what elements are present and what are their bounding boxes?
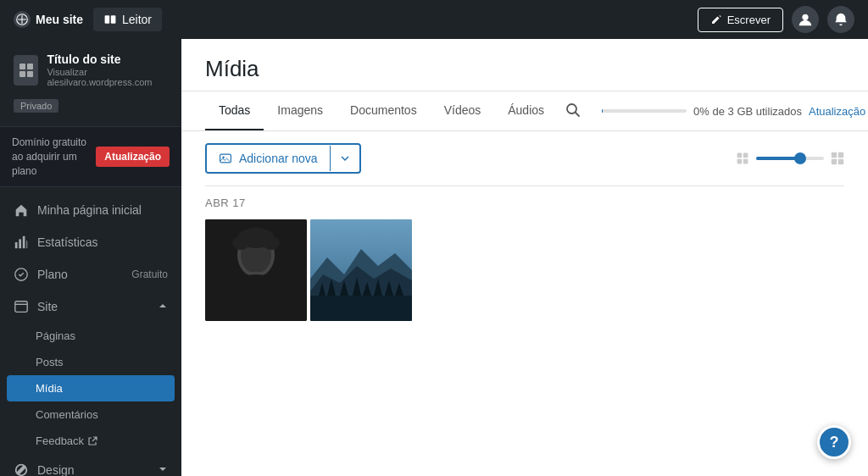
tab-imagens[interactable]: Imagens <box>264 91 337 130</box>
sidebar-item-comments[interactable]: Comentários <box>0 401 181 428</box>
portrait-svg <box>205 219 307 321</box>
tab-videos[interactable]: Vídeos <box>431 91 495 130</box>
tab-todas[interactable]: Todas <box>205 91 264 130</box>
media-grid: ABR 17 <box>181 185 868 345</box>
media-toolbar: Adicionar nova <box>181 131 868 185</box>
sidebar-item-design[interactable]: Design <box>0 454 181 476</box>
sidebar-item-site[interactable]: Site <box>0 291 181 323</box>
page-title: Mídia <box>205 56 844 82</box>
reader-tab[interactable]: Leitor <box>93 8 162 31</box>
help-button[interactable]: ? <box>817 425 851 459</box>
stats-icon <box>14 235 29 250</box>
write-label: Escrever <box>727 14 771 26</box>
stats-label: Estatísticas <box>37 235 168 249</box>
storage-upgrade-link[interactable]: Atualização <box>809 105 865 118</box>
storage-fill <box>602 109 603 113</box>
sidebar-item-posts[interactable]: Posts <box>0 349 181 375</box>
chevron-down-dropdown-icon <box>339 152 351 164</box>
landscape-image <box>310 219 412 321</box>
tab-audios[interactable]: Áudios <box>494 91 558 130</box>
svg-rect-25 <box>832 159 837 164</box>
add-new-dropdown-button[interactable] <box>330 146 359 171</box>
storage-bar <box>602 109 687 113</box>
topbar-left: Meu site Leitor <box>14 8 162 31</box>
my-site-button[interactable]: Meu site <box>14 11 83 28</box>
portrait-image <box>205 219 307 321</box>
site-arrow-icon <box>158 300 168 313</box>
write-button[interactable]: Escrever <box>698 8 783 32</box>
svg-rect-26 <box>838 159 843 164</box>
domain-update-button[interactable]: Atualização <box>96 147 170 167</box>
sidebar: Título do site Visualizar alesilvaro.wor… <box>0 39 181 476</box>
svg-rect-8 <box>15 242 18 248</box>
svg-rect-10 <box>23 236 25 248</box>
page-header: Mídia <box>181 39 868 91</box>
external-link-icon <box>87 436 97 446</box>
svg-rect-19 <box>737 153 743 158</box>
view-controls <box>736 152 844 165</box>
main-layout: Título do site Visualizar alesilvaro.wor… <box>0 39 868 476</box>
design-icon <box>14 462 29 476</box>
chevron-down-icon <box>158 464 168 474</box>
size-slider-thumb <box>794 152 806 164</box>
svg-point-32 <box>263 236 280 250</box>
sidebar-item-plan[interactable]: Plano Gratuito <box>0 258 181 291</box>
svg-rect-23 <box>832 152 837 158</box>
sidebar-item-home[interactable]: Minha página inicial <box>0 194 181 226</box>
plan-label: Plano <box>37 268 123 281</box>
svg-rect-6 <box>19 71 25 77</box>
svg-point-16 <box>567 104 576 113</box>
private-badge: Privado <box>14 99 58 113</box>
search-button[interactable] <box>558 95 588 128</box>
landscape-svg <box>310 219 412 321</box>
avatar-button[interactable] <box>792 6 819 33</box>
media-item-landscape[interactable] <box>310 219 412 321</box>
site-title: Título do site <box>47 53 168 66</box>
site-nav-icon <box>14 299 29 314</box>
storage-text: 0% de 3 GB utilizados <box>693 105 802 118</box>
media-item-portrait[interactable] <box>205 219 307 321</box>
svg-rect-7 <box>27 71 33 77</box>
tab-documentos[interactable]: Documentos <box>337 91 431 130</box>
svg-rect-11 <box>26 241 27 249</box>
home-icon <box>14 202 29 218</box>
svg-rect-5 <box>27 64 33 69</box>
sidebar-item-pages[interactable]: Páginas <box>0 323 181 349</box>
domain-banner-text: Domínio gratuito ao adquirir um plano <box>12 136 96 178</box>
svg-rect-22 <box>743 159 748 164</box>
reader-icon <box>103 13 117 26</box>
site-info: Título do site Visualizar alesilvaro.wor… <box>0 39 181 127</box>
svg-rect-2 <box>111 15 116 24</box>
help-label: ? <box>830 434 839 451</box>
bell-icon <box>833 12 849 27</box>
sidebar-item-stats[interactable]: Estatísticas <box>0 226 181 258</box>
add-new-button[interactable]: Adicionar nova <box>207 145 330 172</box>
sidebar-item-feedback[interactable]: Feedback <box>0 428 181 454</box>
media-items <box>205 219 844 321</box>
nav-section: Minha página inicial Estatísticas Plano … <box>0 187 181 476</box>
notifications-button[interactable] <box>827 6 854 33</box>
topbar: Meu site Leitor Escrever <box>0 0 868 39</box>
site-icon <box>14 55 38 86</box>
site-label: Site <box>37 300 149 313</box>
add-new-wrapper: Adicionar nova <box>205 143 361 174</box>
sidebar-item-media[interactable]: Mídia <box>7 375 175 401</box>
large-grid-icon <box>831 152 844 165</box>
svg-rect-1 <box>105 15 110 24</box>
home-label: Minha página inicial <box>37 203 168 217</box>
chevron-up-icon <box>158 301 168 311</box>
svg-rect-13 <box>15 302 27 313</box>
storage-info: 0% de 3 GB utilizados Atualização <box>602 105 865 118</box>
wp-logo-icon <box>14 11 31 28</box>
size-slider[interactable] <box>756 157 824 160</box>
svg-rect-38 <box>310 296 412 321</box>
main-content: Mídia Todas Imagens Documentos Vídeos Áu… <box>181 39 868 476</box>
plan-icon <box>14 267 29 282</box>
grid-view-icon <box>736 152 749 165</box>
grid-icon <box>18 62 35 79</box>
site-name-block: Título do site Visualizar alesilvaro.wor… <box>47 53 168 87</box>
search-icon <box>565 102 581 119</box>
reader-label: Leitor <box>122 13 152 26</box>
svg-point-3 <box>802 14 808 20</box>
user-icon <box>798 12 813 27</box>
